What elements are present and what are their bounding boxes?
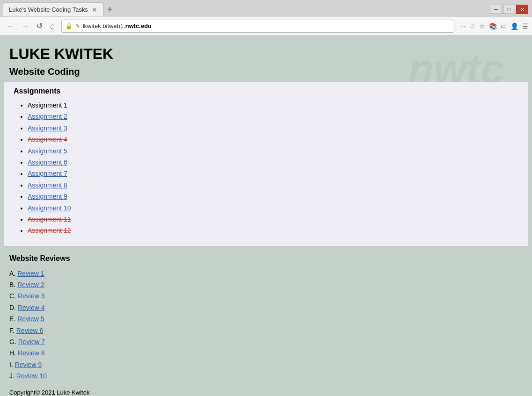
sub-title: Website Coding (9, 66, 523, 77)
browser-chrome: Luke's Website Coding Tasks ✕ + ─ □ ✕ ← … (0, 0, 532, 36)
assignment-item: Assignment 4 (28, 134, 518, 144)
assignment-link[interactable]: Assignment 5 (28, 147, 67, 155)
assignment-item: Assignment 9 (28, 191, 518, 202)
assignment-list: Assignment 1Assignment 2Assignment 3Assi… (14, 100, 518, 236)
assignment-link-strikethrough[interactable]: Assignment 4 (28, 136, 67, 143)
assignment-item: Assignment 8 (28, 180, 518, 190)
review-link[interactable]: Review 9 (15, 361, 42, 368)
review-item: F. Review 6 (9, 325, 523, 336)
review-item: J. Review 10 (9, 371, 523, 381)
assignment-link-strikethrough[interactable]: Assignment 11 (28, 216, 71, 223)
account-icon[interactable]: 👤 (510, 22, 518, 30)
review-prefix: H. (9, 349, 16, 357)
copyright: Copyright© 2021 Luke Kwitek (9, 389, 523, 396)
library-icon[interactable]: 📚 (489, 22, 497, 30)
assignment-item: Assignment 10 (28, 203, 518, 213)
main-title: LUKE KWITEK (9, 45, 523, 63)
assignment-link[interactable]: Assignment 2 (28, 113, 67, 120)
review-item: B. Review 2 (9, 280, 523, 290)
maximize-button[interactable]: □ (503, 5, 515, 14)
lock-icon: 🔒 (66, 23, 73, 29)
review-link[interactable]: Review 6 (16, 327, 44, 334)
review-link[interactable]: Review 1 (17, 270, 44, 277)
reviews-heading: Website Reviews (9, 254, 523, 263)
minimize-button[interactable]: ─ (490, 5, 502, 14)
header-section: LUKE KWITEK Website Coding (0, 36, 532, 82)
assignment-link[interactable]: Assignment 8 (28, 181, 67, 189)
url-text: lkwitek.bitweb1.nwtc.edu (83, 22, 152, 29)
tab-title: Luke's Website Coding Tasks (9, 6, 88, 13)
tab-bar: Luke's Website Coding Tasks ✕ + ─ □ ✕ (0, 0, 532, 17)
review-item: A. Review 1 (9, 268, 523, 279)
navigation-bar: ← → ↺ ⌂ 🔒 ✎ lkwitek.bitweb1.nwtc.edu ···… (0, 17, 532, 36)
review-item: H. Review 8 (9, 348, 523, 358)
review-item: D. Review 4 (9, 302, 523, 313)
close-window-button[interactable]: ✕ (516, 5, 528, 14)
assignment-link[interactable]: Assignment 6 (28, 158, 67, 166)
review-item: E. Review 5 (9, 314, 523, 324)
assignment-link-strikethrough[interactable]: Assignment 12 (28, 227, 71, 234)
review-prefix: C. (9, 292, 16, 300)
forward-button[interactable]: → (19, 21, 32, 31)
assignment-item: Assignment 1 (28, 100, 518, 110)
review-item: C. Review 3 (9, 291, 523, 301)
assignment-link[interactable]: Assignment 9 (28, 193, 67, 200)
assignment-item: Assignment 12 (28, 225, 518, 236)
url-domain: nwtc.edu (125, 22, 152, 29)
assignment-link[interactable]: Assignment 7 (28, 170, 67, 177)
assignment-item: Assignment 5 (28, 146, 518, 156)
reviews-list: A. Review 1B. Review 2C. Review 3D. Revi… (9, 268, 523, 382)
review-link[interactable]: Review 5 (17, 315, 44, 323)
review-prefix: F. (9, 327, 15, 334)
back-button[interactable]: ← (4, 21, 17, 31)
menu-icon[interactable]: ☰ (522, 22, 528, 30)
home-button[interactable]: ⌂ (47, 21, 58, 31)
address-bar[interactable]: 🔒 ✎ lkwitek.bitweb1.nwtc.edu (61, 20, 455, 33)
review-prefix: D. (9, 304, 16, 311)
assignment-item: Assignment 3 (28, 123, 518, 133)
review-link[interactable]: Review 2 (17, 281, 44, 288)
active-tab[interactable]: Luke's Website Coding Tasks ✕ (3, 2, 103, 16)
assignment-item: Assignment 2 (28, 111, 518, 122)
url-prefix: lkwitek.bitweb1. (83, 22, 125, 29)
review-link[interactable]: Review 4 (18, 304, 45, 311)
lower-section: Website Reviews A. Review 1B. Review 2C.… (0, 247, 532, 396)
page-content: nwtc LUKE KWITEK Website Coding Assignme… (0, 36, 532, 396)
review-prefix: I. (9, 361, 13, 368)
review-link[interactable]: Review 8 (18, 349, 45, 357)
review-item: I. Review 9 (9, 360, 523, 370)
review-link[interactable]: Review 7 (18, 338, 45, 346)
review-link[interactable]: Review 3 (18, 292, 45, 300)
review-prefix: A. (9, 270, 15, 277)
review-link[interactable]: Review 10 (16, 372, 47, 380)
bookmark-icon[interactable]: ♡ (469, 22, 475, 30)
review-prefix: B. (9, 281, 15, 288)
assignment-item: Assignment 7 (28, 168, 518, 179)
new-tab-button[interactable]: + (107, 5, 113, 14)
tab-close-button[interactable]: ✕ (92, 6, 97, 14)
review-item: G. Review 7 (9, 337, 523, 347)
assignment-link[interactable]: Assignment 3 (28, 124, 67, 132)
star-icon[interactable]: ☆ (479, 22, 485, 30)
nav-extra-buttons: ··· ♡ ☆ 📚 ▭ 👤 ☰ (460, 22, 528, 30)
review-prefix: E. (9, 315, 15, 323)
assignment-link[interactable]: Assignment 10 (28, 204, 71, 212)
assignment-item: Assignment 6 (28, 157, 518, 167)
assignments-box: Assignments Assignment 1Assignment 2Assi… (4, 82, 528, 247)
review-prefix: J. (9, 372, 15, 380)
refresh-button[interactable]: ↺ (34, 21, 45, 31)
assignments-heading: Assignments (14, 87, 518, 95)
window-controls: ─ □ ✕ (490, 5, 528, 14)
site-icon: ✎ (75, 23, 80, 29)
sidebar-icon[interactable]: ▭ (501, 22, 507, 30)
more-options-icon[interactable]: ··· (460, 22, 466, 30)
review-prefix: G. (9, 338, 16, 346)
assignment-item: Assignment 11 (28, 214, 518, 224)
assignment-text: Assignment 1 (28, 101, 67, 109)
